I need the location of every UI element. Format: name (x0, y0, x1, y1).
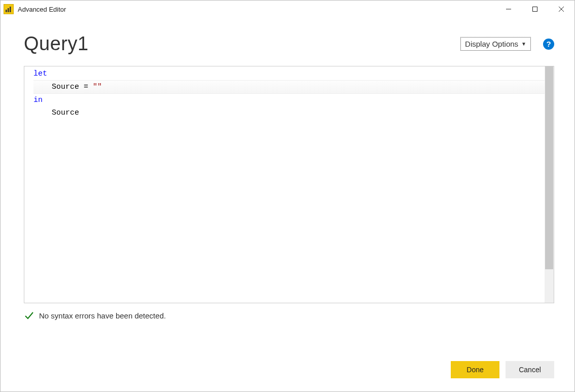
svg-rect-1 (8, 8, 9, 12)
vertical-scrollbar[interactable] (545, 66, 554, 303)
status-message: No syntax errors have been detected. (39, 311, 166, 320)
content-area: Query1 Display Options ▼ ? let Source = … (1, 18, 574, 391)
code-identifier: Source (52, 109, 79, 117)
header-row: Query1 Display Options ▼ ? (24, 33, 554, 55)
app-icon (4, 4, 14, 14)
svg-rect-0 (6, 10, 7, 12)
code-keyword-in: in (33, 96, 43, 104)
close-button[interactable] (548, 1, 574, 18)
titlebar: Advanced Editor (1, 1, 574, 18)
code-keyword-let: let (33, 69, 47, 78)
advanced-editor-window: Advanced Editor Query1 Display Options ▼ (0, 0, 575, 392)
dialog-footer: Done Cancel (24, 349, 554, 379)
maximize-button[interactable] (522, 1, 548, 18)
svg-rect-4 (533, 7, 537, 12)
window-title: Advanced Editor (18, 6, 66, 13)
display-options-dropdown[interactable]: Display Options ▼ (460, 37, 531, 51)
minimize-button[interactable] (495, 1, 522, 18)
svg-rect-2 (10, 7, 11, 12)
code-identifier: Source = (52, 83, 93, 91)
query-name-heading: Query1 (24, 33, 89, 55)
cancel-button[interactable]: Cancel (506, 361, 554, 378)
code-area[interactable]: let Source = "" in Source (33, 66, 554, 303)
scrollbar-thumb[interactable] (545, 66, 553, 269)
checkmark-icon (24, 310, 34, 320)
status-bar: No syntax errors have been detected. (24, 310, 554, 320)
display-options-label: Display Options (465, 40, 518, 48)
help-icon[interactable]: ? (543, 39, 554, 50)
chevron-down-icon: ▼ (521, 41, 526, 47)
editor-gutter (24, 66, 33, 303)
code-string-literal: "" (93, 83, 102, 91)
done-button[interactable]: Done (451, 361, 499, 378)
window-controls (495, 1, 574, 18)
code-editor[interactable]: let Source = "" in Source (24, 66, 554, 303)
